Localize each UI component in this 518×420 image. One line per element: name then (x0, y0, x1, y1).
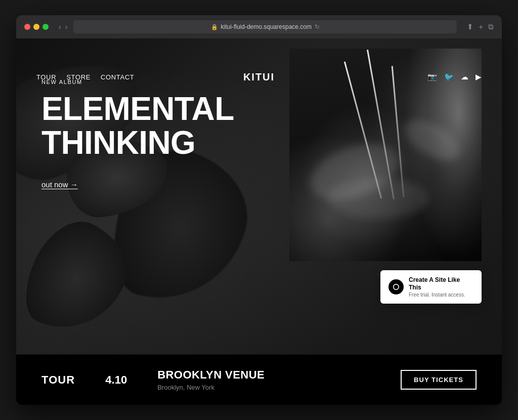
nav-store[interactable]: STORE (66, 73, 91, 81)
youtube-icon[interactable]: ▶ (476, 72, 482, 81)
squarespace-text: Create A Site Like This Free trial. Inst… (409, 276, 473, 298)
close-button[interactable] (24, 24, 30, 30)
reload-icon: ↻ (315, 23, 320, 30)
lock-icon: 🔒 (211, 24, 218, 30)
buy-tickets-button[interactable]: BUY TICKETS (401, 370, 477, 390)
instagram-icon[interactable]: 📷 (427, 72, 437, 81)
hero-content: NEW ALBUM ELEMENTAL THINKING out now → (41, 79, 234, 189)
browser-window: ‹ › 🔒 kitui-fluid-demo.squarespace.com ↻… (16, 15, 502, 405)
tour-label: TOUR (41, 373, 75, 387)
tour-section: TOUR 4.10 BROOKLYN VENUE Brooklyn, New Y… (16, 354, 502, 405)
album-title-line2: THINKING (41, 126, 234, 160)
nav-contact[interactable]: CONTACT (101, 73, 134, 81)
twitter-icon[interactable]: 🐦 (444, 72, 454, 81)
traffic-lights (24, 24, 49, 30)
album-title: ELEMENTAL THINKING (41, 92, 234, 160)
windows-icon[interactable]: ⧉ (488, 22, 494, 31)
tour-location: Brooklyn, New York (157, 384, 265, 391)
address-bar[interactable]: 🔒 kitui-fluid-demo.squarespace.com ↻ (73, 20, 457, 33)
browser-actions: ⬆ + ⧉ (467, 22, 494, 31)
browser-nav: ‹ › (59, 23, 67, 31)
squarespace-subtext: Free trial. Instant access. (409, 292, 473, 298)
maximize-button[interactable] (42, 24, 49, 30)
forward-button[interactable]: › (65, 23, 68, 31)
site-nav: TOUR STORE CONTACT KITUI 📷 🐦 ☁ ▶ (16, 62, 502, 92)
share-icon[interactable]: ⬆ (467, 22, 473, 31)
tour-date: 4.10 (105, 373, 127, 387)
nav-left: TOUR STORE CONTACT (36, 73, 134, 81)
back-button[interactable]: ‹ (59, 23, 61, 31)
nav-social: 📷 🐦 ☁ ▶ (427, 72, 482, 81)
tour-venue-block: BROOKLYN VENUE Brooklyn, New York (157, 368, 265, 391)
nav-tour[interactable]: TOUR (36, 73, 56, 81)
album-title-line1: ELEMENTAL (41, 92, 234, 126)
website-content: TOUR STORE CONTACT KITUI 📷 🐦 ☁ ▶ (16, 38, 502, 405)
url-text: kitui-fluid-demo.squarespace.com (221, 23, 312, 30)
website-inner: TOUR STORE CONTACT KITUI 📷 🐦 ☁ ▶ (16, 38, 502, 405)
site-title[interactable]: KITUI (243, 71, 275, 83)
minimize-button[interactable] (33, 24, 39, 30)
soundcloud-icon[interactable]: ☁ (461, 72, 468, 81)
browser-chrome: ‹ › 🔒 kitui-fluid-demo.squarespace.com ↻… (16, 15, 502, 38)
squarespace-banner[interactable]: Create A Site Like This Free trial. Inst… (380, 270, 482, 304)
tour-venue: BROOKLYN VENUE (157, 368, 265, 382)
squarespace-headline: Create A Site Like This (409, 276, 473, 292)
squarespace-logo (388, 279, 404, 295)
new-tab-icon[interactable]: + (479, 22, 483, 31)
out-now-link[interactable]: out now → (41, 180, 234, 189)
